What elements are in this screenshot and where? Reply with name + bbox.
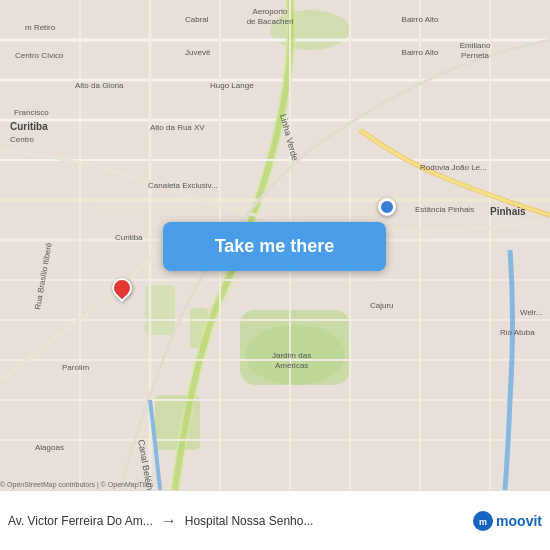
- svg-text:Curitiba: Curitiba: [115, 233, 143, 242]
- svg-text:Centro Cívico: Centro Cívico: [15, 51, 64, 60]
- svg-text:Perneta: Perneta: [461, 51, 490, 60]
- svg-text:Curitiba: Curitiba: [10, 121, 48, 132]
- moovit-logo-icon: m: [472, 510, 494, 532]
- svg-text:Alto da Gloria: Alto da Gloria: [75, 81, 124, 90]
- svg-text:Emiliano: Emiliano: [460, 41, 491, 50]
- svg-text:de Bacacheri: de Bacacheri: [247, 17, 294, 26]
- svg-text:m: m: [479, 517, 487, 527]
- pin-circle: [108, 274, 136, 302]
- svg-text:Aeroporto: Aeroporto: [252, 7, 288, 16]
- destination-text: Hospital Nossa Senho...: [185, 514, 314, 528]
- svg-text:Hugo Lange: Hugo Lange: [210, 81, 254, 90]
- svg-point-1: [270, 10, 350, 50]
- svg-text:© OpenStreetMap contributors |: © OpenStreetMap contributors | © OpenMap…: [0, 481, 154, 489]
- svg-text:Cajuru: Cajuru: [370, 301, 394, 310]
- svg-text:Alto da Rua XV: Alto da Rua XV: [150, 123, 205, 132]
- route-arrow: →: [161, 512, 177, 530]
- destination-marker: [378, 198, 396, 216]
- svg-text:Centro: Centro: [10, 135, 35, 144]
- svg-text:Estância Pinhais: Estância Pinhais: [415, 205, 474, 214]
- svg-text:Jardim das: Jardim das: [272, 351, 311, 360]
- svg-text:Pinhais: Pinhais: [490, 206, 526, 217]
- svg-text:Canaleta Exclusiv...: Canaleta Exclusiv...: [148, 181, 218, 190]
- svg-text:Américas: Américas: [275, 361, 308, 370]
- take-me-there-button[interactable]: Take me there: [163, 222, 386, 271]
- footer-route: Av. Victor Ferreira Do Am... → Hospital …: [8, 512, 542, 530]
- svg-text:Parolim: Parolim: [62, 363, 89, 372]
- svg-text:Welr...: Welr...: [520, 308, 543, 317]
- moovit-logo: m moovit: [472, 510, 542, 532]
- origin-text: Av. Victor Ferreira Do Am...: [8, 514, 153, 528]
- svg-text:m Retiro: m Retiro: [25, 23, 56, 32]
- svg-text:Bairro Alto: Bairro Alto: [402, 15, 439, 24]
- svg-text:Bairro Alto: Bairro Alto: [402, 48, 439, 57]
- svg-text:Francisco: Francisco: [14, 108, 49, 117]
- footer: Av. Victor Ferreira Do Am... → Hospital …: [0, 490, 550, 550]
- svg-text:Cabral: Cabral: [185, 15, 209, 24]
- logo-text: moovit: [496, 513, 542, 529]
- map-container: Canal Belém Aeroporto de Bacacheri Bairr…: [0, 0, 550, 490]
- svg-text:Rio Atuba: Rio Atuba: [500, 328, 535, 337]
- svg-text:Juvevê: Juvevê: [185, 48, 211, 57]
- origin-marker: [112, 278, 132, 306]
- svg-text:Rodovia João Le...: Rodovia João Le...: [420, 163, 487, 172]
- svg-text:Alagoas: Alagoas: [35, 443, 64, 452]
